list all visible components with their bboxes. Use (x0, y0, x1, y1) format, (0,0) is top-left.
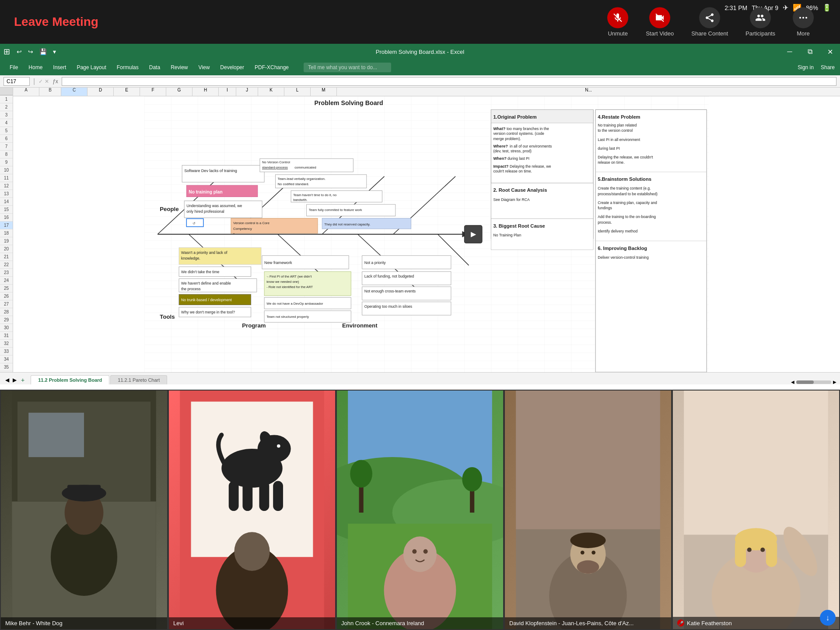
svg-text:▶: ▶ (471, 230, 476, 238)
svg-text:to the version control: to the version control (598, 128, 633, 133)
svg-text:merge problem).: merge problem). (493, 137, 521, 141)
sheet-tab-pareto[interactable]: 11.2.1 Pareto Chart (110, 375, 167, 384)
redo-button[interactable]: ↪ (27, 48, 35, 55)
menu-file[interactable]: File (5, 63, 22, 72)
menu-formulas[interactable]: Formulas (112, 63, 143, 72)
menu-home[interactable]: Home (24, 63, 47, 72)
menu-review[interactable]: Review (166, 63, 192, 72)
svg-text:We do not have a DevOp ambassa: We do not have a DevOp ambassador (266, 302, 323, 306)
formula-input[interactable] (62, 77, 836, 86)
scroll-track[interactable] (796, 380, 831, 384)
share-content-button[interactable]: Share Content (691, 7, 728, 37)
col-A: A (13, 88, 39, 96)
menu-pdfxchange[interactable]: PDF-XChange (250, 63, 293, 72)
svg-text:What?: What? (493, 127, 505, 131)
svg-point-139 (276, 443, 282, 449)
svg-text:release on time.: release on time. (598, 160, 624, 165)
col-J: J (236, 88, 258, 96)
col-rest: N... (337, 88, 840, 96)
svg-text:in all of our environments: in all of our environments (510, 144, 552, 148)
svg-rect-125 (28, 413, 84, 457)
video-bg-katie (673, 391, 839, 629)
svg-point-160 (592, 551, 595, 555)
menu-view[interactable]: View (194, 63, 214, 72)
svg-text:Lack of funding, not budgeted: Lack of funding, not budgeted (364, 274, 414, 278)
video-tile-john: John Crook - Connemara Ireland (336, 390, 504, 630)
scroll-left-btn[interactable]: ◀ (791, 380, 794, 384)
cell-reference-input[interactable] (4, 77, 30, 86)
add-sheet-button[interactable]: + (18, 376, 27, 384)
svg-text:- Role not identified for the : - Role not identified for the ART (266, 285, 313, 289)
excel-container: ⊞ ↩ ↪ 💾 ▾ Problem Solving Board.xlsx - E… (0, 44, 840, 390)
svg-point-141 (234, 532, 270, 571)
svg-text:Not a priority: Not a priority (364, 260, 386, 265)
svg-text:1.Original Problem: 1.Original Problem (493, 114, 536, 120)
svg-point-171 (747, 548, 752, 552)
board-svg: Problem Solving Board (13, 96, 840, 372)
spreadsheet[interactable]: 1 2 3 4 5 6 7 8 9 10 11 12 13 14 15 16 1… (0, 88, 840, 372)
svg-text:version control systems. (code: version control systems. (code (493, 131, 544, 136)
participants-button[interactable]: Participants (746, 7, 775, 37)
svg-text:only hired professional: only hired professional (186, 209, 224, 214)
svg-text:during last PI: during last PI (508, 156, 529, 161)
formula-check: ✓ (38, 78, 43, 84)
svg-text:Team fully commited to feature: Team fully commited to feature work (309, 208, 362, 212)
svg-point-158 (570, 532, 606, 548)
tab-scroll-right[interactable]: ▶ (11, 376, 18, 384)
svg-point-147 (350, 460, 372, 487)
sheet-tab-psb[interactable]: 11.2 Problem Solving Board (31, 375, 109, 384)
col-H: H (192, 88, 219, 96)
svg-text:Version control is a Core: Version control is a Core (233, 221, 270, 225)
video-bg-john (337, 391, 503, 629)
svg-text:No codified standard.: No codified standard. (278, 182, 309, 186)
menu-insert[interactable]: Insert (49, 63, 70, 72)
katie-name: Katie Featherston (687, 620, 732, 626)
svg-text:6. Improving Backlog: 6. Improving Backlog (598, 246, 647, 251)
john-name: John Crook - Connemara Ireland (341, 620, 424, 626)
save-button[interactable]: 💾 (38, 48, 48, 55)
col-F: F (140, 88, 166, 96)
tab-scroll-left[interactable]: ◀ (4, 376, 11, 384)
mike-scene (1, 391, 167, 629)
svg-point-161 (577, 560, 599, 574)
svg-text:Program: Program (242, 322, 266, 329)
svg-text:Competency: Competency (233, 227, 252, 231)
col-D: D (88, 88, 114, 96)
excel-search-input[interactable] (304, 63, 391, 72)
unmute-button[interactable]: Unmute (607, 7, 628, 37)
quick-access-more[interactable]: ▾ (52, 48, 57, 55)
menu-developer[interactable]: Developer (216, 63, 248, 72)
svg-text:Impact?: Impact? (493, 164, 508, 169)
share-link[interactable]: Share (821, 64, 835, 70)
svg-text:too many branches in the: too many branches in the (507, 127, 549, 131)
svg-text:Why we don't merge in the tool: Why we don't merge in the tool? (181, 310, 235, 314)
minimize-button[interactable]: ─ (780, 44, 800, 60)
leave-meeting-button[interactable]: Leave Meeting (9, 12, 104, 32)
svg-text:New framework: New framework (264, 260, 292, 265)
svg-point-151 (403, 536, 437, 572)
menu-data[interactable]: Data (145, 63, 164, 72)
tab-nav-buttons: ◀ ▶ + (4, 376, 27, 384)
svg-text:Delaying the release, we could: Delaying the release, we couldn't (598, 155, 653, 159)
restore-button[interactable]: ⧉ (800, 44, 820, 60)
mike-name-bar: Mike Behr - White Dog (1, 617, 167, 629)
scroll-to-bottom-button[interactable]: ↓ (820, 610, 836, 626)
battery-icon: 🔋 (822, 4, 831, 12)
video-tile-katie: 🎤 Katie Featherston (672, 390, 840, 630)
sign-in-link[interactable]: Sign in (798, 64, 814, 70)
formula-divider: | (33, 77, 35, 85)
svg-text:process/standard to be establi: process/standard to be established) (598, 192, 658, 196)
undo-button[interactable]: ↩ (15, 48, 23, 55)
mike-name: Mike Behr - White Dog (5, 620, 63, 626)
scroll-right-btn[interactable]: ▶ (833, 380, 836, 384)
start-video-button[interactable]: Start Video (646, 7, 674, 37)
more-button[interactable]: More (793, 7, 814, 37)
svg-text:knowledge.: knowledge. (181, 256, 200, 260)
close-button[interactable]: ✕ (820, 44, 840, 60)
sheet-tabs: ◀ ▶ + 11.2 Problem Solving Board 11.2.1 … (0, 372, 840, 384)
svg-text:Team not structured properly: Team not structured properly (266, 315, 309, 319)
row-numbers: 1 2 3 4 5 6 7 8 9 10 11 12 13 14 15 16 1… (0, 88, 13, 372)
svg-text:3. Biggest Root Cause: 3. Biggest Root Cause (493, 223, 545, 229)
menu-page-layout[interactable]: Page Layout (72, 63, 110, 72)
svg-text:Team-lead verbally organizatio: Team-lead verbally organization. (278, 177, 326, 181)
